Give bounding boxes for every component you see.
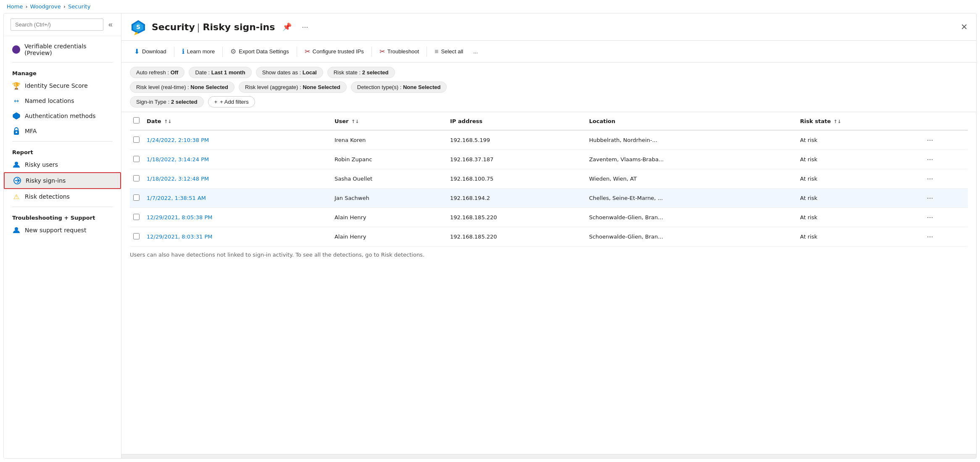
risk-state-cell: At risk — [797, 150, 921, 169]
detection-types-filter[interactable]: Detection type(s) : None Selected — [351, 81, 447, 93]
sidebar: « Verifiable credentials (Preview) Manag… — [4, 13, 121, 458]
select-all-button[interactable]: ≡ Select all — [430, 45, 467, 58]
ip-cell: 192.168.185.220 — [447, 227, 586, 247]
wrench-icon-1: ✂ — [305, 47, 310, 55]
row-checkbox-2[interactable] — [133, 175, 140, 181]
date-cell: 12/29/2021, 8:03:31 PM — [143, 227, 331, 247]
sidebar-item-authentication-methods[interactable]: Authentication methods — [4, 108, 121, 123]
row-menu-button-3[interactable]: ··· — [925, 193, 936, 203]
user-cell: Robin Zupanc — [331, 150, 447, 169]
row-menu-cell: ··· — [921, 227, 968, 247]
table-row: 12/29/2021, 8:03:31 PM Alain Henry 192.1… — [130, 227, 968, 247]
ip-cell: 192.168.194.2 — [447, 189, 586, 208]
actions-column-header — [921, 112, 968, 130]
sidebar-collapse-button[interactable]: « — [107, 18, 114, 31]
add-filter-icon: + — [214, 99, 218, 105]
sidebar-item-verifiable-credentials[interactable]: Verifiable credentials (Preview) — [4, 39, 121, 60]
header-checkbox[interactable] — [133, 117, 140, 123]
header-top: S Security | Risky sign-ins 📌 ··· ✕ — [121, 13, 976, 40]
sidebar-item-risk-detections[interactable]: ⚠ Risk detections — [4, 189, 121, 204]
sidebar-item-identity-secure-score[interactable]: 🏆 Identity Secure Score — [4, 78, 121, 93]
auth-methods-icon — [12, 112, 21, 120]
row-checkbox-4[interactable] — [133, 214, 140, 220]
user-sort-icon[interactable]: ↑↓ — [351, 119, 359, 124]
learn-more-button[interactable]: ℹ Learn more — [178, 45, 219, 58]
row-checkbox-1[interactable] — [133, 156, 140, 162]
breadcrumb-security[interactable]: Security — [68, 3, 90, 10]
add-filters-button[interactable]: + + Add filters — [208, 96, 255, 108]
toolbar-divider-4 — [371, 47, 372, 57]
ip-cell: 192.168.100.75 — [447, 169, 586, 189]
row-menu-cell: ··· — [921, 208, 968, 227]
date-link-2[interactable]: 1/18/2022, 3:12:48 PM — [147, 176, 209, 182]
row-checkbox-0[interactable] — [133, 136, 140, 143]
ip-cell: 192.168.185.220 — [447, 208, 586, 227]
row-menu-button-0[interactable]: ··· — [925, 135, 936, 145]
row-menu-button-2[interactable]: ··· — [925, 173, 936, 184]
table-row: 1/24/2022, 2:10:38 PM Irena Koren 192.16… — [130, 130, 968, 150]
download-button[interactable]: ⬇ Download — [130, 45, 171, 58]
row-menu-button-4[interactable]: ··· — [925, 212, 936, 223]
breadcrumb-woodgrove[interactable]: Woodgrove — [30, 3, 61, 10]
date-link-1[interactable]: 1/18/2022, 3:14:24 PM — [147, 156, 209, 163]
support-icon — [12, 226, 21, 234]
download-icon: ⬇ — [134, 47, 140, 55]
more-options-button[interactable]: ··· — [299, 21, 311, 33]
date-link-0[interactable]: 1/24/2022, 2:10:38 PM — [147, 137, 209, 143]
risk-state-filter[interactable]: Risk state : 2 selected — [327, 67, 395, 78]
list-icon: ≡ — [435, 48, 438, 55]
location-cell: Wieden, Wien, AT — [586, 169, 797, 189]
row-menu-button-5[interactable]: ··· — [925, 231, 936, 242]
breadcrumb-home[interactable]: Home — [7, 3, 23, 10]
configure-trusted-ips-button[interactable]: ✂ Configure trusted IPs — [300, 45, 368, 58]
risk-state-cell: At risk — [797, 208, 921, 227]
toolbar-more-button[interactable]: ... — [469, 46, 482, 57]
row-menu-cell: ··· — [921, 189, 968, 208]
date-sort-icon[interactable]: ↑↓ — [164, 119, 171, 124]
risk-detections-icon: ⚠ — [12, 192, 21, 201]
troubleshoot-button[interactable]: ✂ Troubleshoot — [375, 45, 423, 58]
named-locations-icon: ↔ — [12, 97, 21, 105]
toolbar: ⬇ Download ℹ Learn more ⚙ Export Data Se… — [121, 41, 976, 63]
export-data-settings-button[interactable]: ⚙ Export Data Settings — [226, 45, 293, 58]
show-dates-as-filter[interactable]: Show dates as : Local — [256, 67, 323, 78]
search-input[interactable] — [11, 18, 103, 31]
risk-state-sort-icon[interactable]: ↑↓ — [834, 119, 841, 124]
date-link-5[interactable]: 12/29/2021, 8:03:31 PM — [147, 234, 213, 240]
date-cell: 1/18/2022, 3:14:24 PM — [143, 150, 331, 169]
date-cell: 1/7/2022, 1:38:51 AM — [143, 189, 331, 208]
wrench-icon-2: ✂ — [379, 47, 385, 55]
breadcrumb: Home › Woodgrove › Security — [0, 0, 980, 13]
sidebar-item-named-locations[interactable]: ↔ Named locations — [4, 93, 121, 108]
auto-refresh-filter[interactable]: Auto refresh : Off — [130, 67, 184, 78]
pin-button[interactable]: 📌 — [280, 21, 294, 33]
sign-in-type-filter[interactable]: Sign-in Type : 2 selected — [130, 96, 204, 108]
risk-level-aggregate-filter[interactable]: Risk level (aggregate) : None Selected — [239, 81, 347, 93]
support-section-label: Troubleshooting + Support — [4, 210, 121, 223]
date-link-3[interactable]: 1/7/2022, 1:38:51 AM — [147, 195, 206, 201]
sidebar-item-risky-sign-ins[interactable]: Risky sign-ins — [4, 172, 121, 189]
row-menu-button-1[interactable]: ··· — [925, 154, 936, 165]
user-cell: Sasha Ouellet — [331, 169, 447, 189]
user-column-header: User ↑↓ — [331, 112, 447, 130]
horizontal-scrollbar[interactable] — [121, 454, 976, 458]
date-filter[interactable]: Date : Last 1 month — [189, 67, 251, 78]
row-checkbox-5[interactable] — [133, 233, 140, 239]
row-checkbox-3[interactable] — [133, 194, 140, 201]
sidebar-item-new-support-request[interactable]: New support request — [4, 223, 121, 238]
risk-state-cell: At risk — [797, 130, 921, 150]
gear-icon: ⚙ — [230, 47, 236, 55]
info-icon: ℹ — [182, 47, 184, 55]
sidebar-scroll: Verifiable credentials (Preview) Manage … — [4, 36, 121, 458]
close-button[interactable]: ✕ — [961, 22, 968, 32]
row-checkbox-cell — [130, 169, 143, 189]
sidebar-item-mfa[interactable]: MFA — [4, 123, 121, 139]
security-logo: S — [130, 18, 147, 35]
risk-level-realtime-filter[interactable]: Risk level (real-time) : None Selected — [130, 81, 234, 93]
risk-state-column-header: Risk state ↑↓ — [797, 112, 921, 130]
location-cell: Hubbelrath, Nordrhein-... — [586, 130, 797, 150]
mfa-icon — [12, 127, 21, 135]
sidebar-item-risky-users[interactable]: Risky users — [4, 157, 121, 172]
date-link-4[interactable]: 12/29/2021, 8:05:38 PM — [147, 214, 213, 220]
filters-row-1: Auto refresh : Off Date : Last 1 month S… — [130, 67, 968, 78]
